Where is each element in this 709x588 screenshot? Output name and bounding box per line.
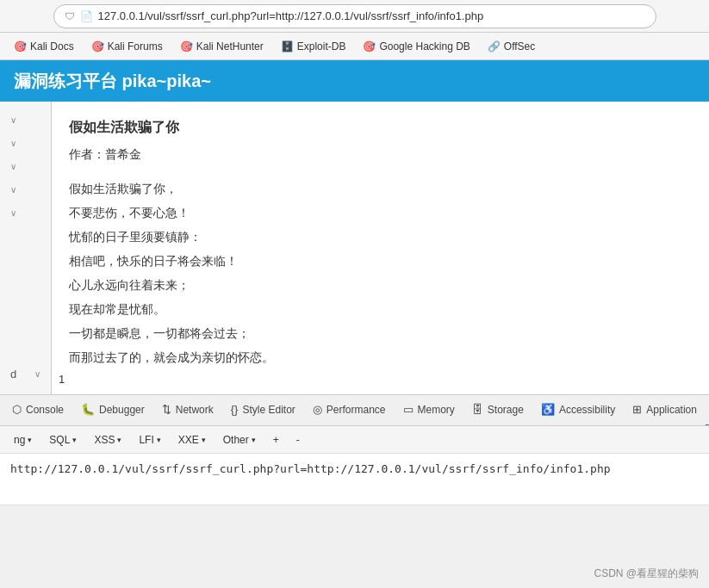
debugger-icon: 🐛: [81, 403, 95, 416]
bookmark-label: Kali Docs: [30, 40, 74, 53]
bookmark-label: Google Hacking DB: [379, 40, 470, 53]
tab-performance[interactable]: ◎Performance: [304, 395, 395, 426]
page-header: 漏洞练习平台 pika~pika~: [0, 60, 709, 102]
toolbar-label: SQL: [49, 434, 70, 446]
toolbar-btn-ng[interactable]: ng▾: [7, 432, 39, 448]
poem-title: 假如生活欺骗了你: [69, 119, 692, 137]
tab-label-console: Console: [26, 404, 64, 416]
tab-style-editor[interactable]: {}Style Editor: [222, 395, 304, 426]
sidebar-item-4[interactable]: ∨: [0, 178, 51, 201]
sidebar-item-bottom[interactable]: d ∨: [0, 361, 51, 387]
sidebar-item-5[interactable]: ∨: [0, 201, 51, 225]
chevron-icon-4: ∨: [10, 185, 16, 195]
chevron-icon-3: ∨: [10, 162, 16, 171]
devtools-sidebar: ∨ ∨ ∨ ∨ ∨ d ∨: [0, 102, 52, 394]
site-title: 漏洞练习平台 pika~pika~: [14, 70, 211, 93]
content-wrapper: ∨ ∨ ∨ ∨ ∨ d ∨ 假如生活欺骗了你 作者：普希金 假如生活欺骗了你，不…: [0, 102, 709, 394]
bookmark-label: Kali Forums: [108, 40, 163, 53]
bookmark-icon: 🔗: [488, 40, 501, 53]
tab-application[interactable]: ⊞Application: [624, 395, 706, 426]
performance-icon: ◎: [313, 403, 322, 416]
toolbar-btn-other[interactable]: Other▾: [216, 432, 263, 448]
page-number: 1: [59, 373, 65, 386]
chevron-icon-1: ∨: [10, 115, 16, 125]
toolbar-add-button[interactable]: +: [266, 432, 286, 448]
poem-line: 心儿永远向往着未来；: [69, 273, 692, 297]
add-icon: +: [273, 434, 279, 446]
bookmark-icon: 🎯: [180, 40, 193, 53]
tab-network[interactable]: ⇅Network: [153, 395, 222, 426]
toolbar-label: ng: [14, 434, 25, 446]
chevron-icon-bottom: ∨: [34, 369, 40, 379]
bookmark-icon: 🎯: [14, 40, 27, 53]
bookmark-label: OffSec: [504, 40, 535, 53]
address-bar[interactable]: 🛡 📄 127.0.0.1/vul/ssrf/ssrf_curl.php?url…: [53, 4, 656, 28]
poem-line: 不要悲伤，不要心急！: [69, 201, 692, 225]
bookmark-label: Exploit-DB: [297, 40, 346, 53]
tab-label-network: Network: [176, 404, 214, 416]
dropdown-arrow: ▾: [72, 436, 77, 444]
sidebar-item-3[interactable]: ∨: [0, 155, 51, 178]
dropdown-arrow: ▾: [117, 436, 121, 444]
sidebar-item-2[interactable]: ∨: [0, 132, 51, 155]
tab-storage[interactable]: 🗄Storage: [463, 395, 532, 426]
url-input-text: http://127.0.0.1/vul/ssrf/ssrf_curl.php?…: [10, 462, 699, 475]
poem-line: 一切都是瞬息，一切都将会过去；: [69, 321, 692, 345]
memory-icon: ▭: [403, 403, 414, 416]
sidebar-bottom-label: d: [10, 368, 16, 381]
devtools-toolbar: ng▾SQL▾XSS▾LFI▾XXE▾Other▾+-: [0, 426, 709, 454]
tab-ha[interactable]: 🦊Ha: [706, 395, 709, 426]
bookmark-icon: 🗄️: [281, 40, 294, 53]
footer-watermark: CSDN @看星猩的柴狗: [594, 566, 699, 581]
accessibility-icon: ♿: [541, 403, 555, 416]
bookmarks-bar: 🎯Kali Docs🎯Kali Forums🎯Kali NetHunter🗄️E…: [0, 33, 709, 60]
devtools-panel: ⬡Console🐛Debugger⇅Network{}Style Editor◎…: [0, 394, 709, 505]
toolbar-label: Other: [223, 434, 249, 446]
url-input-area[interactable]: http://127.0.0.1/vul/ssrf/ssrf_curl.php?…: [0, 454, 709, 505]
poem-author: 作者：普希金: [69, 147, 692, 163]
bookmark-item[interactable]: 🎯Google Hacking DB: [356, 39, 476, 54]
tab-debugger[interactable]: 🐛Debugger: [72, 395, 153, 426]
tab-memory[interactable]: ▭Memory: [395, 395, 463, 426]
sidebar-item-1[interactable]: ∨: [0, 108, 51, 132]
dropdown-arrow: ▾: [28, 436, 32, 444]
bookmark-item[interactable]: 🎯Kali Docs: [7, 39, 81, 54]
console-icon: ⬡: [12, 403, 22, 416]
poem-line: 而那过去了的，就会成为亲切的怀恋。: [69, 345, 692, 369]
toolbar-btn-sql[interactable]: SQL▾: [42, 432, 84, 448]
toolbar-label: XSS: [94, 434, 115, 446]
bookmark-item[interactable]: 🔗OffSec: [481, 39, 542, 54]
chevron-icon-5: ∨: [10, 208, 16, 218]
toolbar-label: LFI: [139, 434, 153, 446]
application-icon: ⊞: [632, 403, 642, 416]
toolbar-remove-button[interactable]: -: [289, 432, 307, 448]
poem-line: 相信吧，快乐的日子将会来临！: [69, 249, 692, 273]
toolbar-label: XXE: [178, 434, 199, 446]
tab-label-debugger: Debugger: [99, 404, 145, 416]
style-editor-icon: {}: [231, 403, 239, 416]
chevron-icon-2: ∨: [10, 139, 16, 148]
devtools-tabs: ⬡Console🐛Debugger⇅Network{}Style Editor◎…: [0, 395, 709, 426]
tab-label-accessibility: Accessibility: [559, 404, 615, 416]
tab-label-memory: Memory: [418, 404, 455, 416]
bookmark-item[interactable]: 🎯Kali Forums: [84, 39, 170, 54]
page-content: 假如生活欺骗了你 作者：普希金 假如生活欺骗了你，不要悲伤，不要心急！忧郁的日子…: [52, 102, 709, 394]
bookmark-item[interactable]: 🗄️Exploit-DB: [274, 39, 353, 54]
bookmark-item[interactable]: 🎯Kali NetHunter: [173, 39, 271, 54]
toolbar-btn-lfi[interactable]: LFI▾: [132, 432, 167, 448]
shield-icon: 🛡: [65, 10, 75, 22]
bookmark-icon: 🎯: [91, 40, 104, 53]
dropdown-arrow: ▾: [202, 436, 206, 444]
tab-console[interactable]: ⬡Console: [3, 395, 72, 426]
dropdown-arrow: ▾: [252, 436, 256, 444]
network-icon: ⇅: [162, 403, 171, 416]
tab-label-performance: Performance: [327, 404, 386, 416]
tab-accessibility[interactable]: ♿Accessibility: [532, 395, 624, 426]
poem-body: 假如生活欺骗了你，不要悲伤，不要心急！忧郁的日子里须要镇静：相信吧，快乐的日子将…: [69, 176, 692, 369]
toolbar-btn-xxe[interactable]: XXE▾: [171, 432, 213, 448]
remove-icon: -: [296, 434, 300, 446]
toolbar-btn-xss[interactable]: XSS▾: [87, 432, 128, 448]
poem-line: 忧郁的日子里须要镇静：: [69, 225, 692, 249]
tab-label-storage: Storage: [488, 404, 524, 416]
storage-icon: 🗄: [472, 403, 483, 416]
